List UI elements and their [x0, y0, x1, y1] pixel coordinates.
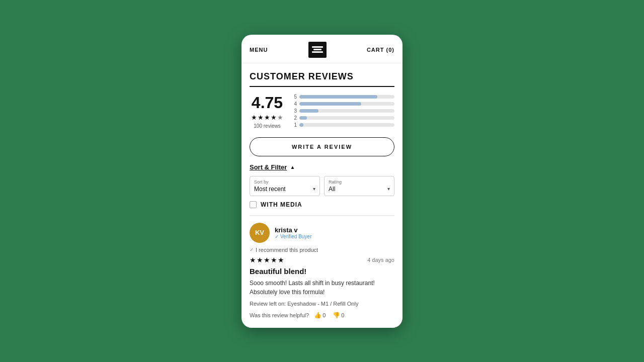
rating-label: Rating — [329, 179, 390, 185]
bar-label-3: 3 — [293, 108, 297, 114]
menu-button[interactable]: MENU — [250, 47, 268, 53]
thumbs-up-icon: 👍 — [314, 312, 321, 319]
bar-fill-5 — [299, 95, 377, 99]
star-4: ★ — [271, 114, 277, 121]
page-title: CUSTOMER REVIEWS — [250, 63, 394, 87]
bar-row-1: 1 — [293, 122, 394, 128]
review-star-5: ★ — [278, 256, 284, 264]
star-3: ★ — [264, 114, 270, 121]
reviewer-info: krista v ✓ Verified Buyer — [275, 226, 311, 239]
review-product: Review left on: Eyeshadow - M1 / Refill … — [250, 301, 394, 307]
logo — [308, 42, 327, 58]
sort-by-value: Most recent — [254, 186, 286, 193]
sort-by-value-row: Most recent ▾ — [254, 186, 315, 193]
bar-fill-1 — [299, 123, 303, 127]
with-media-row[interactable]: WITH MEDIA — [250, 201, 394, 208]
rating-number: 4.75 — [250, 94, 285, 112]
avatar: KV — [250, 223, 270, 243]
nav-bar: MENU CART (0) — [242, 35, 403, 63]
divider — [250, 215, 394, 216]
helpful-row: Was this review helpful? 👍 0 👎 0 — [250, 311, 394, 320]
bar-track-3 — [299, 109, 394, 113]
review-title: Beautiful blend! — [250, 267, 394, 276]
star-1: ★ — [251, 114, 257, 121]
rating-dropdown[interactable]: Rating All ▾ — [324, 176, 394, 196]
review-star-4: ★ — [271, 256, 277, 264]
logo-icon — [308, 42, 327, 58]
sort-by-dropdown[interactable]: Sort by Most recent ▾ — [250, 176, 320, 196]
phone-frame: MENU CART (0) CUSTOMER REVIEWS 4.75 ★ ★ … — [242, 35, 403, 328]
recommend-check-icon: ✓ — [250, 247, 254, 252]
sort-by-label: Sort by — [254, 179, 315, 185]
bar-track-2 — [299, 116, 394, 120]
with-media-label: WITH MEDIA — [261, 201, 302, 208]
overall-rating: 4.75 ★ ★ ★ ★ ★ 100 reviews — [250, 94, 285, 129]
helpful-text: Was this review helpful? — [250, 312, 309, 318]
content-area: CUSTOMER REVIEWS 4.75 ★ ★ ★ ★ ★ 100 revi… — [242, 63, 403, 328]
bar-row-4: 4 — [293, 101, 394, 107]
verified-check-icon: ✓ — [275, 234, 279, 239]
review-body: Sooo smooth! Lasts all shift in busy res… — [250, 279, 394, 297]
bar-label-4: 4 — [293, 101, 297, 107]
chevron-up-icon: ▲ — [290, 164, 295, 170]
thumbs-up-count: 0 — [323, 312, 326, 318]
write-review-button[interactable]: WRITE A REVIEW — [250, 137, 394, 156]
star-2: ★ — [258, 114, 264, 121]
recommend-text: I recommend this product — [256, 247, 318, 253]
verified-label: Verified Buyer — [280, 234, 311, 239]
dropdowns-row: Sort by Most recent ▾ Rating All ▾ — [250, 176, 394, 196]
bar-row-2: 2 — [293, 115, 394, 121]
thumbs-up-button[interactable]: 👍 0 — [312, 311, 328, 320]
recommend-row: ✓ I recommend this product — [250, 247, 394, 253]
review-stars: ★ ★ ★ ★ ★ — [250, 256, 284, 264]
thumbs-down-button[interactable]: 👎 0 — [331, 311, 346, 320]
review-star-1: ★ — [250, 256, 256, 264]
cart-button[interactable]: CART (0) — [367, 47, 394, 53]
bar-label-2: 2 — [293, 115, 297, 121]
bar-fill-3 — [299, 109, 318, 113]
review-stars-date: ★ ★ ★ ★ ★ 4 days ago — [250, 256, 394, 264]
review-star-3: ★ — [264, 256, 270, 264]
rating-value: All — [329, 186, 335, 193]
thumbs-down-icon: 👎 — [333, 312, 340, 319]
reviewer-name: krista v — [275, 226, 311, 234]
rating-bars: 5 4 3 2 — [293, 94, 394, 129]
sort-filter-label: Sort & Filter — [250, 163, 287, 171]
bar-fill-4 — [299, 102, 361, 106]
bar-label-1: 1 — [293, 122, 297, 128]
bar-row-3: 3 — [293, 108, 394, 114]
star-5: ★ — [277, 114, 283, 121]
bar-track-4 — [299, 102, 394, 106]
with-media-checkbox[interactable] — [250, 201, 257, 208]
review-card: KV krista v ✓ Verified Buyer ✓ I recomme… — [250, 223, 394, 320]
review-date: 4 days ago — [367, 257, 394, 263]
bar-row-5: 5 — [293, 94, 394, 100]
bar-label-5: 5 — [293, 94, 297, 100]
rating-summary: 4.75 ★ ★ ★ ★ ★ 100 reviews 5 — [250, 94, 394, 129]
reviews-count: 100 reviews — [250, 123, 285, 129]
verified-row: ✓ Verified Buyer — [275, 234, 311, 239]
thumbs-down-count: 0 — [341, 312, 344, 318]
rating-chevron-icon: ▾ — [387, 186, 390, 192]
review-star-2: ★ — [257, 256, 263, 264]
bar-track-1 — [299, 123, 394, 127]
overall-stars: ★ ★ ★ ★ ★ — [250, 114, 285, 121]
sort-by-chevron-icon: ▾ — [313, 186, 315, 192]
bar-fill-2 — [299, 116, 307, 120]
bar-track-5 — [299, 95, 394, 99]
rating-value-row: All ▾ — [329, 186, 390, 193]
sort-filter-toggle[interactable]: Sort & Filter ▲ — [250, 163, 394, 171]
reviewer-row: KV krista v ✓ Verified Buyer — [250, 223, 394, 243]
